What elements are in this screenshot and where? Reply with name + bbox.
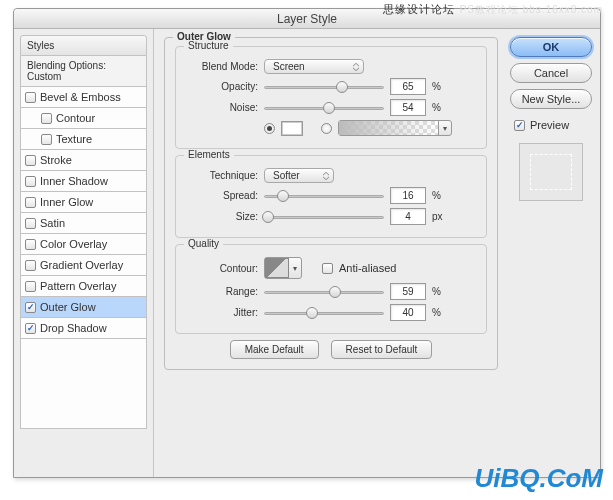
sidebar-checkbox[interactable] xyxy=(25,155,36,166)
sidebar-checkbox[interactable] xyxy=(25,281,36,292)
noise-label: Noise: xyxy=(186,102,258,113)
color-type-gradient-radio[interactable] xyxy=(321,123,332,134)
antialiased-checkbox[interactable] xyxy=(322,263,333,274)
spread-label: Spread: xyxy=(186,190,258,201)
opacity-unit: % xyxy=(432,81,446,92)
size-input[interactable] xyxy=(390,208,426,225)
elements-legend: Elements xyxy=(184,149,234,160)
sidebar-empty xyxy=(20,339,147,429)
sidebar-item-label: Satin xyxy=(40,217,65,229)
jitter-slider[interactable] xyxy=(264,306,384,320)
sidebar-blending-options[interactable]: Blending Options: Custom xyxy=(20,56,147,87)
new-style-button[interactable]: New Style... xyxy=(510,89,592,109)
sidebar-item-label: Bevel & Emboss xyxy=(40,91,121,103)
spread-unit: % xyxy=(432,190,446,201)
sidebar-checkbox[interactable] xyxy=(25,197,36,208)
preview-label: Preview xyxy=(530,119,569,131)
sidebar-item-texture[interactable]: Texture xyxy=(20,129,147,150)
spread-input[interactable] xyxy=(390,187,426,204)
right-panel: OK Cancel New Style... Preview xyxy=(506,29,600,477)
watermark-top: 思缘设计论坛 PS教程论坛 bbs.16xx8.com xyxy=(383,2,603,17)
sidebar-item-stroke[interactable]: Stroke xyxy=(20,150,147,171)
cancel-button[interactable]: Cancel xyxy=(510,63,592,83)
color-type-solid-radio[interactable] xyxy=(264,123,275,134)
layer-style-dialog: Layer Style Styles Blending Options: Cus… xyxy=(13,8,601,478)
sidebar-item-label: Pattern Overlay xyxy=(40,280,116,292)
noise-unit: % xyxy=(432,102,446,113)
color-swatch[interactable] xyxy=(281,121,303,136)
technique-label: Technique: xyxy=(186,170,258,181)
noise-slider[interactable] xyxy=(264,101,384,115)
structure-legend: Structure xyxy=(184,40,233,51)
opacity-slider[interactable] xyxy=(264,80,384,94)
range-unit: % xyxy=(432,286,446,297)
technique-select[interactable]: Softer xyxy=(264,168,334,183)
styles-sidebar: Styles Blending Options: Custom Bevel & … xyxy=(14,29,154,477)
sidebar-item-label: Inner Shadow xyxy=(40,175,108,187)
preview-thumbnail xyxy=(519,143,583,201)
gradient-picker[interactable]: ▾ xyxy=(338,120,452,136)
size-label: Size: xyxy=(186,211,258,222)
sidebar-item-drop-shadow[interactable]: Drop Shadow xyxy=(20,318,147,339)
opacity-input[interactable] xyxy=(390,78,426,95)
reset-default-button[interactable]: Reset to Default xyxy=(331,340,433,359)
sidebar-checkbox[interactable] xyxy=(25,92,36,103)
quality-group: Quality Contour: ▾ Anti-aliased Range: % xyxy=(175,244,487,334)
jitter-label: Jitter: xyxy=(186,307,258,318)
sidebar-item-satin[interactable]: Satin xyxy=(20,213,147,234)
sidebar-checkbox[interactable] xyxy=(41,113,52,124)
size-unit: px xyxy=(432,211,446,222)
ok-button[interactable]: OK xyxy=(510,37,592,57)
sidebar-item-label: Outer Glow xyxy=(40,301,96,313)
sidebar-item-contour[interactable]: Contour xyxy=(20,108,147,129)
jitter-input[interactable] xyxy=(390,304,426,321)
sidebar-item-inner-shadow[interactable]: Inner Shadow xyxy=(20,171,147,192)
sidebar-item-bevel-emboss[interactable]: Bevel & Emboss xyxy=(20,87,147,108)
sidebar-item-gradient-overlay[interactable]: Gradient Overlay xyxy=(20,255,147,276)
elements-group: Elements Technique: Softer Spread: % Siz… xyxy=(175,155,487,238)
antialiased-label: Anti-aliased xyxy=(339,262,396,274)
sidebar-item-color-overlay[interactable]: Color Overlay xyxy=(20,234,147,255)
preview-checkbox[interactable] xyxy=(514,120,525,131)
structure-group: Structure Blend Mode: Screen Opacity: % … xyxy=(175,46,487,149)
sidebar-checkbox[interactable] xyxy=(41,134,52,145)
sidebar-header[interactable]: Styles xyxy=(20,35,147,56)
sidebar-item-label: Texture xyxy=(56,133,92,145)
sidebar-checkbox[interactable] xyxy=(25,302,36,313)
size-slider[interactable] xyxy=(264,210,384,224)
range-input[interactable] xyxy=(390,283,426,300)
sidebar-item-label: Gradient Overlay xyxy=(40,259,123,271)
sidebar-item-outer-glow[interactable]: Outer Glow xyxy=(20,297,147,318)
range-slider[interactable] xyxy=(264,285,384,299)
watermark-bottom: UiBQ.CoM xyxy=(474,463,603,494)
sidebar-checkbox[interactable] xyxy=(25,260,36,271)
contour-picker[interactable]: ▾ xyxy=(264,257,302,279)
noise-input[interactable] xyxy=(390,99,426,116)
settings-panel: Outer Glow Structure Blend Mode: Screen … xyxy=(154,29,506,477)
opacity-label: Opacity: xyxy=(186,81,258,92)
sidebar-item-label: Contour xyxy=(56,112,95,124)
sidebar-item-label: Inner Glow xyxy=(40,196,93,208)
jitter-unit: % xyxy=(432,307,446,318)
sidebar-item-label: Stroke xyxy=(40,154,72,166)
outer-glow-group: Outer Glow Structure Blend Mode: Screen … xyxy=(164,37,498,370)
spread-slider[interactable] xyxy=(264,189,384,203)
sidebar-checkbox[interactable] xyxy=(25,176,36,187)
contour-label: Contour: xyxy=(186,263,258,274)
quality-legend: Quality xyxy=(184,238,223,249)
sidebar-checkbox[interactable] xyxy=(25,323,36,334)
blend-mode-label: Blend Mode: xyxy=(186,61,258,72)
make-default-button[interactable]: Make Default xyxy=(230,340,319,359)
sidebar-checkbox[interactable] xyxy=(25,239,36,250)
sidebar-item-label: Drop Shadow xyxy=(40,322,107,334)
sidebar-item-label: Color Overlay xyxy=(40,238,107,250)
sidebar-item-inner-glow[interactable]: Inner Glow xyxy=(20,192,147,213)
sidebar-item-pattern-overlay[interactable]: Pattern Overlay xyxy=(20,276,147,297)
sidebar-checkbox[interactable] xyxy=(25,218,36,229)
blend-mode-select[interactable]: Screen xyxy=(264,59,364,74)
range-label: Range: xyxy=(186,286,258,297)
